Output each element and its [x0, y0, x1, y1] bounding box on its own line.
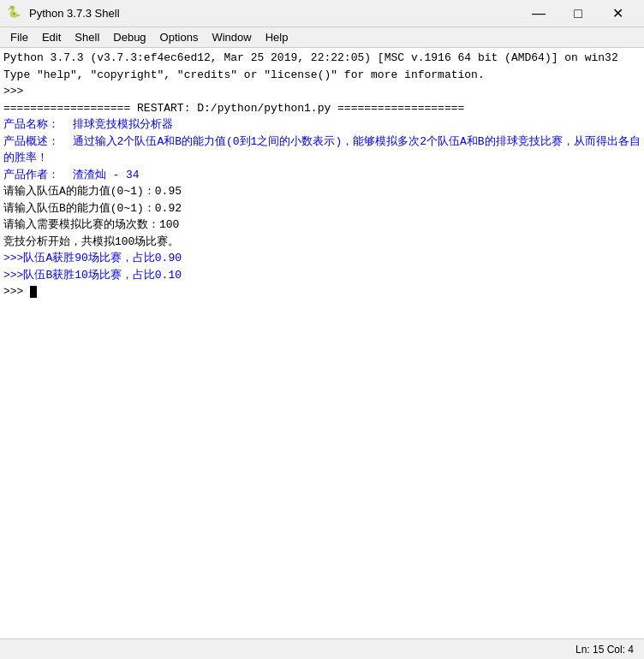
menu-item-file[interactable]: File [3, 28, 35, 47]
shell-line-3: =================== RESTART: D:/python/p… [3, 100, 641, 117]
shell-line-1: Type "help", "copyright", "credits" or "… [3, 67, 641, 84]
cursor-blink [30, 286, 37, 298]
status-bar: Ln: 15 Col: 4 [0, 638, 644, 659]
shell-line-11: 竞技分析开始，共模拟100场比赛。 [3, 234, 641, 251]
minimize-button[interactable]: — [519, 0, 558, 27]
window-title: Python 3.7.3 Shell [29, 7, 519, 20]
shell-line-10: 请输入需要模拟比赛的场次数：100 [3, 217, 641, 234]
shell-line-2: >>> [3, 83, 641, 100]
menu-item-shell[interactable]: Shell [68, 28, 106, 47]
menu-item-help[interactable]: Help [259, 28, 295, 47]
menu-bar: FileEditShellDebugOptionsWindowHelp [0, 27, 644, 48]
shell-line-12: >>>队伍A获胜90场比赛，占比0.90 [3, 250, 641, 267]
menu-item-edit[interactable]: Edit [35, 28, 68, 47]
shell-line-4: 产品名称： 排球竞技模拟分析器 [3, 116, 641, 134]
shell-line-14: >>> [3, 283, 641, 300]
menu-item-debug[interactable]: Debug [106, 28, 152, 47]
app-icon: 🐍 [7, 5, 24, 22]
window-controls: — □ ✕ [519, 0, 637, 27]
shell-line-6: 产品作者： 渣渣灿 - 34 [3, 167, 641, 184]
shell-line-9: 请输入队伍B的能力值(0~1)：0.92 [3, 200, 641, 217]
title-bar: 🐍 Python 3.7.3 Shell — □ ✕ [0, 0, 644, 27]
shell-line-13: >>>队伍B获胜10场比赛，占比0.10 [3, 267, 641, 284]
shell-line-5: 产品概述： 通过输入2个队伍A和B的能力值(0到1之间的小数表示)，能够模拟多次… [3, 134, 641, 167]
shell-line-0: Python 3.7.3 (v3.7.3:ef4ec6ed12, Mar 25 … [3, 50, 641, 67]
cursor-position: Ln: 15 Col: 4 [575, 644, 634, 656]
menu-item-window[interactable]: Window [205, 28, 258, 47]
menu-item-options[interactable]: Options [153, 28, 206, 47]
shell-output[interactable]: Python 3.7.3 (v3.7.3:ef4ec6ed12, Mar 25 … [0, 48, 644, 638]
shell-line-8: 请输入队伍A的能力值(0~1)：0.95 [3, 183, 641, 200]
maximize-button[interactable]: □ [558, 0, 598, 27]
close-button[interactable]: ✕ [598, 0, 637, 27]
